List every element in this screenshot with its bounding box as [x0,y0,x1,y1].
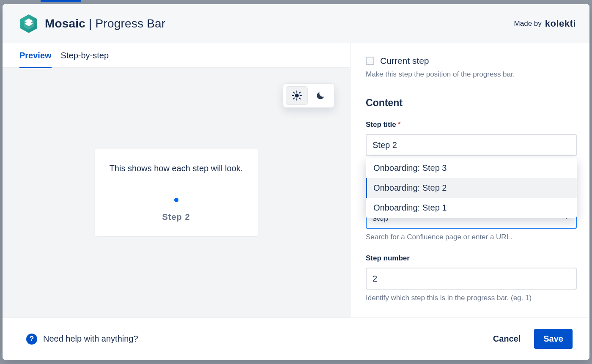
theme-toggle [283,83,334,108]
step-title-dropdown: Onboarding: Step 3 Onboarding: Step 2 On… [366,158,577,218]
footer-actions: Cancel Save [491,329,573,349]
step-number-label: Step number [366,254,577,263]
step-title-label: Step title* [366,120,577,129]
sun-icon [291,90,302,101]
made-by-label: Made by [514,19,542,28]
preview-step-label: Step 2 [107,212,246,222]
dialog-footer: ? Need help with anything? Cancel Save [3,317,589,360]
mosaic-logo-icon [19,14,39,34]
dropdown-option[interactable]: Onboarding: Step 1 [366,198,577,218]
help-text: Need help with anything? [43,334,138,344]
tabs: Preview Step-by-step [3,43,350,68]
current-step-checkbox[interactable] [366,57,374,65]
cancel-button[interactable]: Cancel [491,331,523,347]
background-accent [41,0,81,2]
svg-line-8 [299,98,300,99]
tab-preview[interactable]: Preview [19,43,52,67]
dropdown-option[interactable]: Onboarding: Step 2 [366,178,577,198]
brand-name: Mosaic [45,17,85,30]
current-step-helper: Make this step the position of the progr… [366,70,577,79]
help-link[interactable]: ? Need help with anything? [26,334,138,345]
dropdown-option[interactable]: Onboarding: Step 3 [366,158,577,178]
left-panel: Preview Step-by-step [3,43,351,317]
preview-description: This shows how each step will look. [107,164,246,173]
right-panel: Current step Make this step the position… [351,43,589,317]
feature-name: Progress Bar [96,17,166,30]
destination-helper: Search for a Confluence page or enter a … [366,233,577,241]
preview-area: This shows how each step will look. Step… [3,68,350,317]
step-number-helper: Identify which step this is in the progr… [366,294,577,302]
brand: Mosaic | Progress Bar [19,14,165,34]
dialog-title: Mosaic | Progress Bar [45,17,165,30]
required-marker: * [398,120,401,129]
tab-step-by-step[interactable]: Step-by-step [61,43,109,67]
dialog-body: Preview Step-by-step [3,43,589,317]
current-step-label: Current step [380,56,429,66]
step-title-label-text: Step title [366,120,396,129]
content-heading: Content [366,97,577,109]
save-button[interactable]: Save [534,329,573,349]
svg-point-2 [295,93,299,97]
preview-card: This shows how each step will look. Step… [95,149,258,236]
dark-mode-button[interactable] [310,86,332,105]
svg-line-9 [293,98,294,99]
svg-line-7 [293,92,294,93]
step-title-input[interactable] [366,134,577,156]
made-by: Made by kolekti [514,18,576,29]
moon-icon [315,90,326,101]
progress-dot [174,198,178,202]
current-step-row: Current step [366,56,577,66]
help-icon: ? [26,334,37,345]
svg-line-10 [299,92,300,93]
dialog: Mosaic | Progress Bar Made by kolekti Pr… [3,4,589,360]
dialog-header: Mosaic | Progress Bar Made by kolekti [3,4,589,43]
kolekti-wordmark: kolekti [545,18,576,29]
brand-separator: | [89,17,92,30]
light-mode-button[interactable] [286,86,308,105]
step-number-input[interactable] [366,268,577,290]
